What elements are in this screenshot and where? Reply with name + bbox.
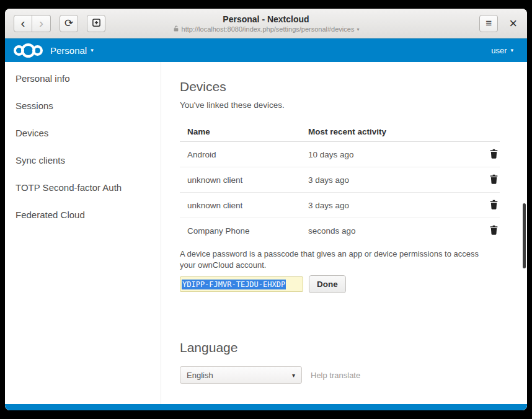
new-tab-button[interactable]	[87, 15, 105, 32]
titlebar-center: Personal - Nextcloud http://localhost:80…	[117, 14, 415, 33]
delete-device-button[interactable]	[488, 198, 500, 213]
back-button[interactable]: ‹	[14, 15, 32, 32]
sidebar-item-personal-info[interactable]: Personal info	[5, 64, 161, 92]
settings-main: Devices You've linked these devices. Nam…	[161, 62, 527, 410]
devices-table-header: Name Most recent activity	[180, 122, 500, 142]
device-password-row: YDIPP-FJMVR-TEJDU-EHXDP Done	[180, 275, 504, 293]
user-menu[interactable]: user ▾	[491, 46, 513, 55]
column-header-activity: Most recent activity	[308, 127, 479, 136]
browser-titlebar: ‹ › ⟳ Personal - Nextcloud	[5, 9, 527, 38]
device-password-note: A device password is a passcode that giv…	[180, 249, 490, 270]
page-content: Personal info Sessions Devices Sync clie…	[5, 62, 527, 410]
nextcloud-header: Personal ▾ user ▾	[5, 38, 527, 62]
devices-section-title: Devices	[180, 79, 504, 94]
trash-icon	[489, 200, 499, 211]
vertical-scrollbar[interactable]	[523, 203, 526, 268]
column-header-name: Name	[180, 127, 308, 136]
device-activity: 10 days ago	[308, 150, 479, 159]
titlebar-left-controls: ‹ › ⟳	[14, 15, 105, 32]
device-activity: 3 days ago	[308, 201, 479, 210]
chevron-down-icon: ▾	[510, 47, 513, 53]
done-button[interactable]: Done	[309, 275, 346, 293]
url-text: http://localhost:8080/index.php/settings…	[182, 25, 355, 33]
url-dropdown-icon[interactable]: ▾	[357, 26, 359, 32]
url-bar[interactable]: http://localhost:8080/index.php/settings…	[117, 25, 415, 33]
app-menu-label: Personal	[50, 45, 87, 56]
device-activity: 3 days ago	[308, 175, 479, 185]
device-password-value: YDIPP-FJMVR-TEJDU-EHXDP	[182, 280, 286, 289]
browser-window: ‹ › ⟳ Personal - Nextcloud	[5, 9, 527, 410]
table-row: Android 10 days ago	[180, 142, 500, 167]
device-name: unknown client	[180, 175, 308, 185]
language-selected-value: English	[187, 371, 213, 380]
table-row: Company Phone seconds ago	[180, 218, 500, 244]
device-name: unknown client	[180, 201, 308, 210]
select-arrow-icon: ▾	[292, 372, 295, 379]
chevron-down-icon: ▾	[91, 47, 94, 53]
titlebar-right-controls: ≡ ×	[479, 15, 518, 32]
menu-button[interactable]: ≡	[479, 15, 498, 32]
user-menu-label: user	[491, 46, 507, 55]
new-tab-icon	[92, 18, 101, 29]
logo-ring-middle	[21, 43, 35, 58]
app-menu-personal[interactable]: Personal ▾	[50, 45, 94, 56]
forward-button[interactable]: ›	[32, 15, 51, 32]
window-title: Personal - Nextcloud	[117, 14, 415, 24]
table-row: unknown client 3 days ago	[180, 167, 500, 193]
table-row: unknown client 3 days ago	[180, 193, 500, 218]
device-password-input[interactable]: YDIPP-FJMVR-TEJDU-EHXDP	[180, 276, 303, 292]
trash-icon	[489, 225, 499, 237]
language-select[interactable]: English ▾	[180, 366, 302, 384]
nav-button-group: ‹ ›	[14, 15, 51, 32]
devices-table: Name Most recent activity Android 10 day…	[180, 122, 500, 244]
device-name: Android	[180, 150, 308, 159]
device-name: Company Phone	[180, 226, 308, 236]
nextcloud-logo-icon[interactable]	[14, 43, 43, 58]
sidebar-item-sync-clients[interactable]: Sync clients	[5, 146, 161, 174]
settings-sidebar: Personal info Sessions Devices Sync clie…	[5, 62, 161, 410]
language-section-title: Language	[180, 340, 504, 355]
sidebar-item-devices[interactable]: Devices	[5, 119, 161, 146]
help-translate-link[interactable]: Help translate	[311, 371, 360, 380]
footer-accent-strip	[5, 404, 527, 410]
close-button[interactable]: ×	[508, 17, 518, 30]
devices-subtitle: You've linked these devices.	[180, 100, 504, 110]
insecure-lock-icon	[173, 25, 179, 33]
device-activity: seconds ago	[308, 226, 479, 236]
delete-device-button[interactable]	[488, 148, 500, 162]
sidebar-item-federated-cloud[interactable]: Federated Cloud	[5, 201, 161, 228]
trash-icon	[489, 149, 499, 161]
delete-device-button[interactable]	[488, 173, 500, 187]
language-row: English ▾ Help translate	[180, 366, 504, 384]
trash-icon	[489, 174, 499, 186]
sidebar-item-sessions[interactable]: Sessions	[5, 92, 161, 119]
reload-button[interactable]: ⟳	[60, 15, 78, 32]
sidebar-item-totp[interactable]: TOTP Second-factor Auth	[5, 174, 161, 201]
delete-device-button[interactable]	[488, 224, 500, 238]
